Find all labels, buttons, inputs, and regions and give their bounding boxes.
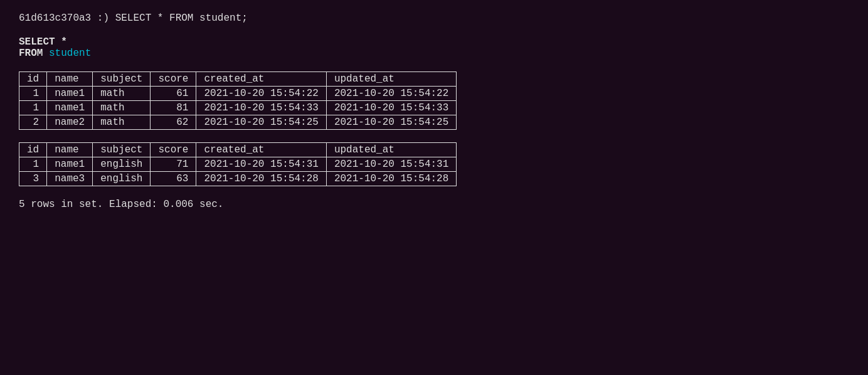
cell-created-at: 2021-10-20 15:54:25 bbox=[196, 115, 326, 130]
cell-name: name1 bbox=[47, 87, 93, 101]
sql-from-keyword: FROM bbox=[19, 48, 43, 59]
cell-updated-at: 2021-10-20 15:54:33 bbox=[326, 101, 456, 115]
math-col-created-at: created_at bbox=[196, 72, 326, 87]
cell-updated-at: 2021-10-20 15:54:31 bbox=[326, 157, 456, 172]
cell-updated-at: 2021-10-20 15:54:25 bbox=[326, 115, 456, 130]
sql-from-line: FROM student bbox=[19, 48, 849, 59]
sql-table-name: student bbox=[49, 48, 91, 59]
cell-subject: english bbox=[93, 157, 151, 172]
cell-created-at: 2021-10-20 15:54:22 bbox=[196, 87, 326, 101]
cell-id: 1 bbox=[19, 87, 47, 101]
cell-score: 62 bbox=[151, 115, 196, 130]
cell-subject: math bbox=[93, 87, 151, 101]
prompt-line: 61d613c370a3 :) SELECT * FROM student; bbox=[19, 13, 849, 24]
english-table: id name subject score created_at updated… bbox=[19, 142, 457, 186]
english-table-header-row: id name subject score created_at updated… bbox=[19, 143, 457, 157]
cell-score: 61 bbox=[151, 87, 196, 101]
cell-name: name1 bbox=[47, 157, 93, 172]
english-col-id: id bbox=[19, 143, 47, 157]
table-row: 1 name1 math 61 2021-10-20 15:54:22 2021… bbox=[19, 87, 457, 101]
cell-id: 1 bbox=[19, 101, 47, 115]
english-col-created-at: created_at bbox=[196, 143, 326, 157]
cell-updated-at: 2021-10-20 15:54:28 bbox=[326, 172, 456, 186]
cell-name: name2 bbox=[47, 115, 93, 130]
cell-score: 63 bbox=[151, 172, 196, 186]
english-result-group: id name subject score created_at updated… bbox=[19, 142, 849, 186]
cell-score: 81 bbox=[151, 101, 196, 115]
math-col-name: name bbox=[47, 72, 93, 87]
sql-select-keyword: SELECT * bbox=[19, 36, 67, 48]
cell-id: 1 bbox=[19, 157, 47, 172]
footer-text: 5 rows in set. Elapsed: 0.006 sec. bbox=[19, 199, 223, 210]
table-row: 3 name3 english 63 2021-10-20 15:54:28 2… bbox=[19, 172, 457, 186]
cell-subject: english bbox=[93, 172, 151, 186]
table-row: 2 name2 math 62 2021-10-20 15:54:25 2021… bbox=[19, 115, 457, 130]
terminal-window: 61d613c370a3 :) SELECT * FROM student; S… bbox=[19, 13, 849, 210]
sql-block: SELECT * FROM student bbox=[19, 36, 849, 59]
cell-created-at: 2021-10-20 15:54:31 bbox=[196, 157, 326, 172]
math-col-id: id bbox=[19, 72, 47, 87]
cell-subject: math bbox=[93, 115, 151, 130]
english-col-updated-at: updated_at bbox=[326, 143, 456, 157]
cell-id: 2 bbox=[19, 115, 47, 130]
math-col-updated-at: updated_at bbox=[326, 72, 456, 87]
math-col-subject: subject bbox=[93, 72, 151, 87]
english-col-subject: subject bbox=[93, 143, 151, 157]
cell-name: name3 bbox=[47, 172, 93, 186]
cell-created-at: 2021-10-20 15:54:33 bbox=[196, 101, 326, 115]
cell-created-at: 2021-10-20 15:54:28 bbox=[196, 172, 326, 186]
english-col-name: name bbox=[47, 143, 93, 157]
math-table: id name subject score created_at updated… bbox=[19, 71, 457, 130]
cell-name: name1 bbox=[47, 101, 93, 115]
math-col-score: score bbox=[151, 72, 196, 87]
cell-subject: math bbox=[93, 101, 151, 115]
cell-score: 71 bbox=[151, 157, 196, 172]
math-result-group: id name subject score created_at updated… bbox=[19, 71, 849, 130]
table-row: 1 name1 math 81 2021-10-20 15:54:33 2021… bbox=[19, 101, 457, 115]
footer-line: 5 rows in set. Elapsed: 0.006 sec. bbox=[19, 199, 849, 210]
prompt-text: 61d613c370a3 :) SELECT * FROM student; bbox=[19, 13, 248, 24]
table-row: 1 name1 english 71 2021-10-20 15:54:31 2… bbox=[19, 157, 457, 172]
cell-updated-at: 2021-10-20 15:54:22 bbox=[326, 87, 456, 101]
sql-select-line: SELECT * bbox=[19, 36, 849, 48]
math-table-header-row: id name subject score created_at updated… bbox=[19, 72, 457, 87]
cell-id: 3 bbox=[19, 172, 47, 186]
english-col-score: score bbox=[151, 143, 196, 157]
